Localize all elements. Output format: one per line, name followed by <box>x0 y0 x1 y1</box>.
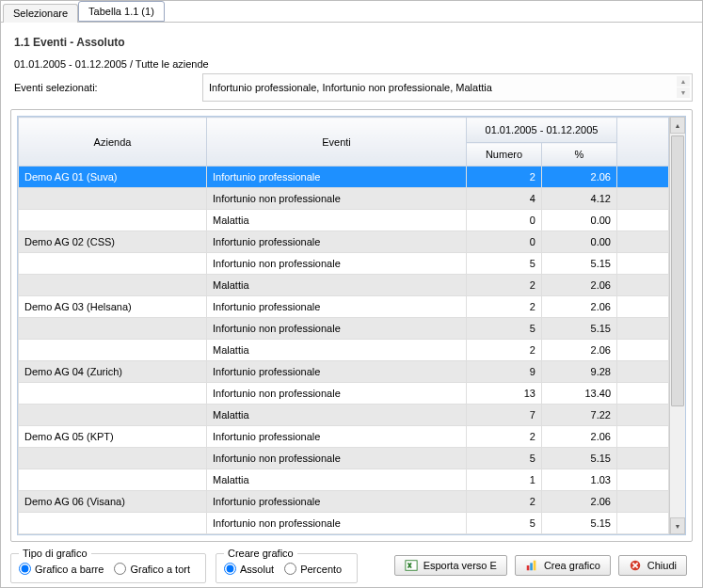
cell-eventi: Malattia <box>207 469 467 491</box>
filter-up-icon[interactable]: ▲ <box>677 76 690 87</box>
table-row[interactable]: Demo AG 03 (Helsana)Infortunio professio… <box>19 296 669 318</box>
radio-pie-label: Grafico a tort <box>130 564 190 575</box>
cell-numero: 1 <box>466 469 541 491</box>
table-row[interactable]: Malattia11.03 <box>19 469 669 491</box>
cell-percent: 4.12 <box>541 188 616 210</box>
cell-percent: 5.15 <box>541 318 616 340</box>
tab-table-1-1[interactable]: Tabella 1.1 (1) <box>78 1 165 22</box>
export-button-label: Esporta verso E <box>423 560 497 571</box>
create-chart-label: Crea grafico <box>544 560 600 571</box>
excel-icon <box>405 559 418 572</box>
cell-eventi: Malattia <box>207 405 467 426</box>
cell-eventi: Malattia <box>207 210 467 231</box>
col-spacer <box>617 118 669 167</box>
filter-label: Eventi selezionati: <box>14 82 202 93</box>
radio-pie-input[interactable] <box>114 563 126 575</box>
create-chart-title: Creare grafico <box>224 548 297 559</box>
cell-eventi: Infortunio professionale <box>207 167 467 188</box>
chart-type-group: Tipo di grafico Grafico a barre Grafico … <box>10 548 206 583</box>
table-row[interactable]: Infortunio non professionale55.15 <box>19 318 669 340</box>
radio-percent[interactable]: Percento <box>284 563 342 575</box>
table-row[interactable]: Infortunio non professionale55.15 <box>19 253 669 275</box>
radio-bar-label: Grafico a barre <box>35 564 104 575</box>
cell-spacer <box>617 296 669 318</box>
cell-percent: 5.15 <box>541 448 616 469</box>
cell-azienda <box>19 405 207 426</box>
chart-type-title: Tipo di grafico <box>19 548 91 559</box>
cell-eventi: Infortunio non professionale <box>207 188 467 210</box>
vertical-scrollbar[interactable]: ▲ ▼ <box>669 117 685 534</box>
cell-percent: 0.00 <box>541 210 616 231</box>
col-eventi[interactable]: Eventi <box>207 118 467 167</box>
cell-percent: 1.03 <box>541 469 616 491</box>
radio-percent-input[interactable] <box>284 563 296 575</box>
col-period[interactable]: 01.01.2005 - 01.12.2005 <box>466 118 616 143</box>
cell-azienda <box>19 253 207 275</box>
table-row[interactable]: Infortunio non professionale55.15 <box>19 513 669 534</box>
bar-chart-icon <box>525 559 538 572</box>
cell-numero: 2 <box>466 426 541 448</box>
scroll-up-icon[interactable]: ▲ <box>670 117 685 134</box>
cell-spacer <box>617 513 669 534</box>
radio-bar[interactable]: Grafico a barre <box>19 563 104 575</box>
cell-numero: 0 <box>466 231 541 253</box>
svg-rect-0 <box>406 561 417 571</box>
export-excel-button[interactable]: Esporta verso E <box>394 555 507 576</box>
cell-azienda: Demo AG 04 (Zurich) <box>19 361 207 383</box>
cell-spacer <box>617 405 669 426</box>
cell-percent: 2.06 <box>541 491 616 513</box>
scroll-thumb[interactable] <box>671 135 684 406</box>
close-icon <box>629 559 642 572</box>
table-row[interactable]: Infortunio non professionale1313.40 <box>19 383 669 405</box>
table-row[interactable]: Demo AG 06 (Visana)Infortunio profession… <box>19 491 669 513</box>
cell-eventi: Infortunio professionale <box>207 231 467 253</box>
table-row[interactable]: Malattia77.22 <box>19 405 669 426</box>
cell-numero: 5 <box>466 448 541 469</box>
radio-pie[interactable]: Grafico a tort <box>114 563 190 575</box>
cell-percent: 0.00 <box>541 231 616 253</box>
cell-percent: 2.06 <box>541 275 616 296</box>
svg-rect-3 <box>534 561 536 571</box>
cell-spacer <box>617 253 669 275</box>
cell-azienda <box>19 188 207 210</box>
col-numero[interactable]: Numero <box>466 143 541 167</box>
radio-percent-label: Percento <box>300 564 342 575</box>
tabstrip: Selezionare Tabella 1.1 (1) <box>1 1 702 23</box>
table-row[interactable]: Infortunio non professionale55.15 <box>19 448 669 469</box>
cell-azienda <box>19 448 207 469</box>
filter-down-icon[interactable]: ▼ <box>677 87 690 98</box>
radio-absolute-label: Assolut <box>240 564 274 575</box>
table-row[interactable]: Demo AG 04 (Zurich)Infortunio profession… <box>19 361 669 383</box>
cell-eventi: Infortunio professionale <box>207 491 467 513</box>
cell-spacer <box>617 318 669 340</box>
tab-select[interactable]: Selezionare <box>3 4 78 23</box>
cell-spacer <box>617 361 669 383</box>
table-row[interactable]: Demo AG 01 (Suva)Infortunio professional… <box>19 167 669 188</box>
create-chart-button[interactable]: Crea grafico <box>515 555 611 576</box>
scroll-down-icon[interactable]: ▼ <box>670 517 685 534</box>
table-row[interactable]: Malattia22.06 <box>19 275 669 296</box>
cell-eventi: Infortunio professionale <box>207 296 467 318</box>
table-row[interactable]: Demo AG 02 (CSS)Infortunio professionale… <box>19 231 669 253</box>
cell-azienda: Demo AG 01 (Suva) <box>19 167 207 188</box>
radio-absolute-input[interactable] <box>224 563 236 575</box>
cell-spacer <box>617 275 669 296</box>
radio-absolute[interactable]: Assolut <box>224 563 274 575</box>
table-row[interactable]: Malattia00.00 <box>19 210 669 231</box>
table-row[interactable]: Infortunio non professionale44.12 <box>19 188 669 210</box>
cell-spacer <box>617 231 669 253</box>
cell-eventi: Infortunio non professionale <box>207 253 467 275</box>
table-row[interactable]: Demo AG 05 (KPT)Infortunio professionale… <box>19 426 669 448</box>
cell-numero: 9 <box>466 361 541 383</box>
col-percent[interactable]: % <box>541 143 616 167</box>
col-azienda[interactable]: Azienda <box>19 118 207 167</box>
table-row[interactable]: Malattia22.06 <box>19 340 669 361</box>
close-button[interactable]: Chiudi <box>618 555 687 576</box>
cell-azienda <box>19 340 207 361</box>
cell-percent: 2.06 <box>541 167 616 188</box>
svg-rect-1 <box>527 565 530 570</box>
date-range-line: 01.01.2005 - 01.12.2005 / Tutte le azien… <box>14 58 693 70</box>
radio-bar-input[interactable] <box>19 563 31 575</box>
close-button-label: Chiudi <box>647 560 677 571</box>
events-filter-input[interactable]: Infortunio professionale, Infortunio non… <box>202 73 693 102</box>
